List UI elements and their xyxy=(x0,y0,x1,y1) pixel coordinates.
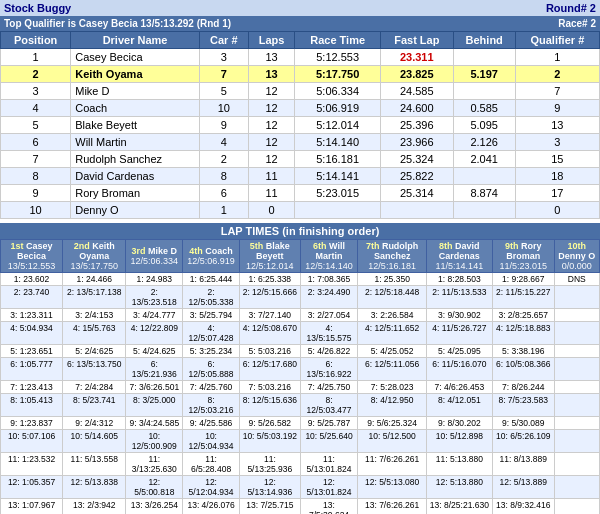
cell-pos: 2 xyxy=(1,66,71,83)
lap-cell: 6: 1:05.777 xyxy=(1,358,63,381)
table-row: 7 Rudolph Sanchez 2 12 5:16.181 25.324 2… xyxy=(1,151,600,168)
lap-cell: 8: 12/5:03.477 xyxy=(300,394,358,417)
lap-cell: 13: 3/26.254 xyxy=(126,499,183,515)
lap-cell: 3: 5/25.794 xyxy=(183,309,240,322)
cell-qual: 15 xyxy=(515,151,599,168)
cell-fast: 25.396 xyxy=(380,117,453,134)
lap-cell: 9: 1:23.837 xyxy=(1,417,63,430)
lap-cell: 12: 5/13.838 xyxy=(63,476,126,499)
cell-time: 5:14.140 xyxy=(295,134,381,151)
lap-row: 3: 1:23.3113: 2/4:1533: 4/24.7773: 5/25.… xyxy=(1,309,600,322)
cell-car: 4 xyxy=(199,134,248,151)
lap-cell: 6: 11/5:16.070 xyxy=(426,358,492,381)
lap-cell: DNS xyxy=(554,273,599,286)
lap-cell: 9: 5/6:25.324 xyxy=(358,417,427,430)
lap-cell: 7: 8/26.244 xyxy=(492,381,554,394)
cell-name: David Cardenas xyxy=(71,168,200,185)
cell-qual: 1 xyxy=(515,49,599,66)
lap-cell: 4: 13/5:15.575 xyxy=(300,322,358,345)
table-row: 6 Will Martin 4 12 5:14.140 23.966 2.126… xyxy=(1,134,600,151)
lap-row: 1: 23.6021: 24.4661: 24.9831: 6:25.4441:… xyxy=(1,273,600,286)
lap-cell: 8: 12/5:15.636 xyxy=(239,394,300,417)
cell-behind: 2.041 xyxy=(453,151,515,168)
lap-cell xyxy=(554,381,599,394)
lap-col-header: 10th Denny O0/0.000 xyxy=(554,240,599,273)
lap-cell: 2: 12/5:05.338 xyxy=(183,286,240,309)
lap-cell xyxy=(554,453,599,476)
lap-cell: 6: 10/5:08.366 xyxy=(492,358,554,381)
cell-fast xyxy=(380,202,453,219)
cell-name: Blake Beyett xyxy=(71,117,200,134)
lap-cell: 1: 25.350 xyxy=(358,273,427,286)
cell-time: 5:06.919 xyxy=(295,100,381,117)
lap-cell: 12: 5/13.889 xyxy=(492,476,554,499)
header-bar: Stock Buggy Round# 2 xyxy=(0,0,600,16)
lap-cell xyxy=(554,430,599,453)
cell-behind xyxy=(453,202,515,219)
lap-row: 7: 1:23.4137: 2/4:2847: 3/6:26.5017: 4/2… xyxy=(1,381,600,394)
lap-cell: 2: 11/5:13.533 xyxy=(426,286,492,309)
lap-cell: 1: 6:25.338 xyxy=(239,273,300,286)
lap-col-header: 4th Coach12/5:06.919 xyxy=(183,240,240,273)
lap-cell: 4: 12/22.809 xyxy=(126,322,183,345)
cell-name: Rory Broman xyxy=(71,185,200,202)
cell-behind: 0.585 xyxy=(453,100,515,117)
lap-cell: 12: 5:13.880 xyxy=(426,476,492,499)
subheader-text: Top Qualifier is Casey Becia 13/5:13.292… xyxy=(4,18,231,29)
lap-cell: 7: 4/25.760 xyxy=(183,381,240,394)
lap-cell: 7: 5:28.023 xyxy=(358,381,427,394)
lap-cell: 10: 5/25.640 xyxy=(300,430,358,453)
cell-name: Keith Oyama xyxy=(71,66,200,83)
cell-qual: 7 xyxy=(515,83,599,100)
lap-row: 6: 1:05.7776: 13/5:13.7506: 13/5:21.9366… xyxy=(1,358,600,381)
lap-cell: 8: 7/5:23.583 xyxy=(492,394,554,417)
lap-cell: 2: 12/5:18.448 xyxy=(358,286,427,309)
lap-cell: 8: 1:05.413 xyxy=(1,394,63,417)
cell-car: 7 xyxy=(199,66,248,83)
lap-cell: 11: 6/5:28.408 xyxy=(183,453,240,476)
lap-col-header: 6th Will Martin12/5:14.140 xyxy=(300,240,358,273)
cell-car: 9 xyxy=(199,117,248,134)
col-fastlap: Fast Lap xyxy=(380,32,453,49)
table-row: 10 Denny O 1 0 0 xyxy=(1,202,600,219)
lap-cell: 5: 3:25.234 xyxy=(183,345,240,358)
lap-cell: 13: 4/26.076 xyxy=(183,499,240,515)
cell-laps: 12 xyxy=(248,83,295,100)
cell-time xyxy=(295,202,381,219)
cell-name: Coach xyxy=(71,100,200,117)
lap-row: 11: 1:23.53211: 5/13.55811: 3/13:25.6301… xyxy=(1,453,600,476)
lap-cell: 7: 5:03.216 xyxy=(239,381,300,394)
cell-laps: 12 xyxy=(248,117,295,134)
lap-cell: 13: 1:07.967 xyxy=(1,499,63,515)
lap-cell: 5: 4/26.822 xyxy=(300,345,358,358)
lap-cell: 8: 5/23.741 xyxy=(63,394,126,417)
lap-cell: 5: 1:23.651 xyxy=(1,345,63,358)
lap-cell: 10: 5:07.106 xyxy=(1,430,63,453)
lap-cell: 9: 4/25.586 xyxy=(183,417,240,430)
lap-cell: 12: 5/12:04.934 xyxy=(183,476,240,499)
cell-car: 2 xyxy=(199,151,248,168)
lap-cell: 2: 11/5:15.227 xyxy=(492,286,554,309)
cell-laps: 11 xyxy=(248,185,295,202)
lap-cell: 8: 3/25.000 xyxy=(126,394,183,417)
lap-cell xyxy=(554,309,599,322)
cell-time: 5:17.750 xyxy=(295,66,381,83)
cell-car: 10 xyxy=(199,100,248,117)
lap-cell: 13: 7/5:30.624 xyxy=(300,499,358,515)
lap-cell: 12: 1:05.357 xyxy=(1,476,63,499)
lap-cell xyxy=(554,358,599,381)
cell-laps: 0 xyxy=(248,202,295,219)
lap-cell: 6: 12/5:05.888 xyxy=(183,358,240,381)
lap-col-header: 9th Rory Broman11/5:23.015 xyxy=(492,240,554,273)
lap-cell: 1: 7:08.365 xyxy=(300,273,358,286)
lap-cell: 13: 2/3:942 xyxy=(63,499,126,515)
round: Round# 2 xyxy=(546,2,596,14)
cell-fast: 23.825 xyxy=(380,66,453,83)
cell-qual: 9 xyxy=(515,100,599,117)
cell-time: 5:06.334 xyxy=(295,83,381,100)
cell-behind xyxy=(453,168,515,185)
lap-cell xyxy=(554,286,599,309)
lap-cell: 9: 5/25.787 xyxy=(300,417,358,430)
cell-time: 5:16.181 xyxy=(295,151,381,168)
cell-qual: 17 xyxy=(515,185,599,202)
